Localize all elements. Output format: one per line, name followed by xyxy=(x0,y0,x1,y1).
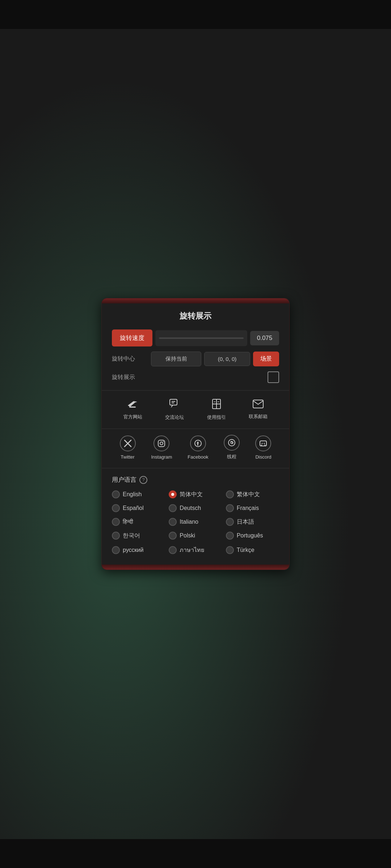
display-label: 旋转展示 xyxy=(112,374,135,381)
lang-tr-label: Türkçe xyxy=(237,547,255,553)
radio-pl xyxy=(169,532,177,540)
radio-hi xyxy=(112,518,120,526)
instagram-label: Instagram xyxy=(151,454,172,460)
twitter-icon xyxy=(120,435,136,451)
link-email[interactable]: 联系邮箱 xyxy=(249,399,268,420)
lang-pl-label: Polski xyxy=(180,532,195,539)
lang-es-label: Español xyxy=(123,505,144,511)
lang-pt[interactable]: Português xyxy=(226,532,279,540)
lang-row-5: русский ภาษาไทย Türkçe xyxy=(112,545,279,554)
lang-ko[interactable]: 한국어 xyxy=(112,532,165,540)
lang-zh-s[interactable]: 简体中文 xyxy=(169,490,222,498)
discord-icon xyxy=(255,435,271,451)
display-checkbox[interactable] xyxy=(268,371,279,383)
radio-it xyxy=(169,518,177,526)
lang-english[interactable]: English xyxy=(112,490,165,498)
link-forum[interactable]: 交流论坛 xyxy=(165,399,184,421)
twitter-label: Twitter xyxy=(121,454,134,460)
radio-zh-t xyxy=(226,490,234,498)
facebook-icon xyxy=(190,435,206,451)
radio-ko xyxy=(112,532,120,540)
forum-label: 交流论坛 xyxy=(165,414,184,421)
social-facebook[interactable]: Facebook xyxy=(188,435,208,460)
svg-rect-1 xyxy=(170,399,177,405)
social-twitter[interactable]: Twitter xyxy=(120,435,136,460)
social-section: Twitter Instagram xyxy=(112,429,279,468)
svg-rect-0 xyxy=(129,407,136,408)
radio-english xyxy=(112,490,120,498)
lang-row-2: Español Deutsch Français xyxy=(112,504,279,512)
lang-ko-label: 한국어 xyxy=(123,532,140,540)
main-panel: 旋转展示 旋转速度 0.075 旋转中心 保持当前 (0, 0, 0) 场景 旋… xyxy=(101,298,290,570)
link-website[interactable]: 官方网站 xyxy=(123,399,142,420)
svg-rect-15 xyxy=(260,441,266,446)
help-icon[interactable]: ? xyxy=(139,476,147,484)
radio-es xyxy=(112,504,120,512)
display-row: 旋转展示 xyxy=(112,371,279,383)
svg-point-14 xyxy=(228,439,235,446)
scene-button[interactable]: 场景 xyxy=(253,352,279,366)
keep-current-button[interactable]: 保持当前 xyxy=(151,352,201,366)
language-section: 用户语言 ? English 简体中文 xyxy=(112,468,279,562)
lang-es[interactable]: Español xyxy=(112,504,165,512)
lang-fr-label: Français xyxy=(237,505,259,511)
radio-zh-s xyxy=(169,490,177,498)
instagram-icon xyxy=(154,435,169,451)
speed-label-button[interactable]: 旋转速度 xyxy=(112,329,152,346)
language-header: 用户语言 ? xyxy=(112,476,279,484)
svg-point-11 xyxy=(160,442,163,445)
social-threads[interactable]: 线程 xyxy=(224,435,240,460)
help-symbol: ? xyxy=(142,477,144,482)
lang-zh-t[interactable]: 繁体中文 xyxy=(226,490,279,498)
email-label: 联系邮箱 xyxy=(249,413,268,420)
lang-english-label: English xyxy=(123,491,142,498)
link-guide[interactable]: 使用指引 xyxy=(207,399,226,421)
lang-ru-label: русский xyxy=(123,547,143,553)
radio-ru xyxy=(112,546,120,554)
language-grid: English 简体中文 繁体中文 xyxy=(112,490,279,554)
lang-th[interactable]: ภาษาไทย xyxy=(169,545,222,554)
lang-pt-label: Português xyxy=(237,532,263,539)
forum-icon xyxy=(169,399,180,411)
threads-icon xyxy=(224,435,240,451)
lang-zh-s-label: 简体中文 xyxy=(180,491,203,498)
speed-slider[interactable] xyxy=(155,330,247,346)
speed-value: 0.075 xyxy=(250,331,279,345)
discord-label: Discord xyxy=(255,454,271,460)
lang-it[interactable]: Italiano xyxy=(169,518,222,526)
lang-hi[interactable]: हिन्दी xyxy=(112,518,165,526)
lang-de[interactable]: Deutsch xyxy=(169,504,222,512)
lang-pl[interactable]: Polski xyxy=(169,532,222,540)
lang-fr[interactable]: Français xyxy=(226,504,279,512)
center-label: 旋转中心 xyxy=(112,355,148,363)
lang-ja-label: 日本語 xyxy=(237,518,254,526)
lang-row-3: हिन्दी Italiano 日本語 xyxy=(112,518,279,526)
social-instagram[interactable]: Instagram xyxy=(151,435,172,460)
lang-ru[interactable]: русский xyxy=(112,545,165,554)
threads-label: 线程 xyxy=(227,454,236,460)
guide-label: 使用指引 xyxy=(207,414,226,421)
social-discord[interactable]: Discord xyxy=(255,435,271,460)
panel-bottombar xyxy=(102,565,289,570)
lang-de-label: Deutsch xyxy=(180,505,201,511)
lang-zh-t-label: 繁体中文 xyxy=(237,491,260,498)
radio-ja xyxy=(226,518,234,526)
svg-point-17 xyxy=(264,443,265,444)
links-section: 官方网站 交流论坛 xyxy=(112,391,279,429)
lang-ja[interactable]: 日本語 xyxy=(226,518,279,526)
radio-tr xyxy=(226,546,234,554)
facebook-label: Facebook xyxy=(188,454,208,460)
lang-row-1: English 简体中文 繁体中文 xyxy=(112,490,279,498)
language-title: 用户语言 xyxy=(112,476,136,484)
radio-pt xyxy=(226,532,234,540)
svg-point-12 xyxy=(163,441,164,442)
panel-title: 旋转展示 xyxy=(112,311,279,322)
links-row: 官方网站 交流论坛 xyxy=(112,399,279,421)
lang-tr[interactable]: Türkçe xyxy=(226,545,279,554)
center-row: 旋转中心 保持当前 (0, 0, 0) 场景 xyxy=(112,352,279,366)
lang-th-label: ภาษาไทย xyxy=(180,545,204,554)
panel-topbar xyxy=(102,298,289,303)
guide-icon xyxy=(211,399,222,411)
radio-de xyxy=(169,504,177,512)
panel-content: 旋转展示 旋转速度 0.075 旋转中心 保持当前 (0, 0, 0) 场景 旋… xyxy=(102,303,289,562)
